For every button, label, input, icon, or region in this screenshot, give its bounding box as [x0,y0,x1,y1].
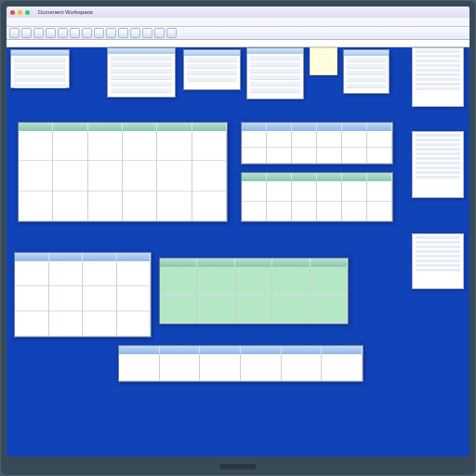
toolbar-button[interactable] [142,28,152,38]
close-icon[interactable] [10,10,15,15]
toolbar-button[interactable] [130,28,140,38]
toolbar-button[interactable] [166,28,177,38]
toolbar [7,27,469,40]
window-titlebar[interactable]: Document Workspace [7,7,469,18]
maximize-icon[interactable] [25,10,30,15]
toolbar-button[interactable] [94,28,104,38]
data-grid[interactable] [14,252,152,337]
minimize-icon[interactable] [18,10,22,15]
ruler [7,40,469,47]
data-grid[interactable] [118,345,364,382]
data-grid[interactable] [241,122,393,165]
toolbar-button[interactable] [33,28,44,38]
form-panel[interactable] [343,49,390,94]
toolbar-button[interactable] [70,28,80,38]
data-grid[interactable] [159,258,349,324]
toolbar-button[interactable] [118,28,128,38]
toolbar-button[interactable] [9,28,20,38]
document-stack[interactable] [412,131,464,198]
toolbar-button[interactable] [106,28,116,38]
workspace-canvas[interactable] [7,47,469,456]
form-panel[interactable] [10,49,70,88]
sticky-note[interactable] [310,47,337,75]
toolbar-button[interactable] [82,28,92,38]
data-grid[interactable] [18,122,228,222]
form-panel[interactable] [183,49,241,90]
document-stack[interactable] [412,47,464,107]
document-stack[interactable] [412,233,464,289]
toolbar-button[interactable] [46,28,56,38]
window-title: Document Workspace [38,9,93,15]
menu-bar[interactable] [7,18,469,27]
monitor-button [219,464,257,469]
data-grid[interactable] [241,172,393,222]
form-panel[interactable] [107,47,176,98]
toolbar-button[interactable] [58,28,68,38]
monitor-frame: Document Workspace [1,1,475,475]
toolbar-button[interactable] [154,28,165,38]
desktop: Document Workspace [7,7,469,456]
form-panel[interactable] [246,47,304,99]
toolbar-button[interactable] [21,28,32,38]
